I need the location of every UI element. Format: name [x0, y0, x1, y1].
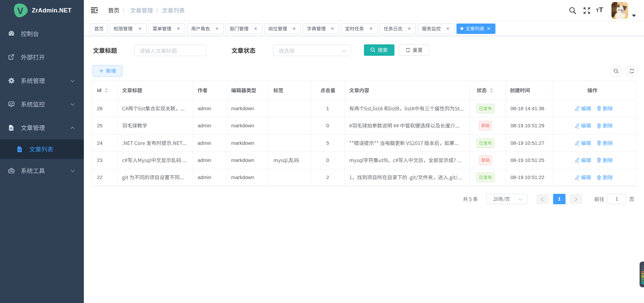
svg-text:V: V	[17, 6, 23, 16]
